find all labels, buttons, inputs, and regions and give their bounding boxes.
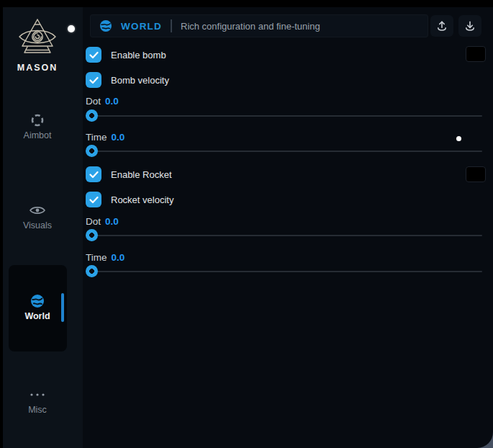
rocket-dot-slider-track[interactable]	[86, 235, 482, 236]
checkbox-label: Enable Rocket	[111, 169, 172, 180]
slider-name: Dot	[86, 96, 101, 107]
globe-icon	[3, 294, 72, 308]
checkbox-label: Enable bomb	[111, 50, 166, 61]
header-divider	[171, 19, 172, 32]
enable-rocket-checkbox[interactable]	[86, 166, 101, 182]
check-icon	[89, 196, 99, 204]
sidebar: MASON Aimbot Visuals World	[3, 7, 83, 448]
brand-name: MASON	[3, 63, 72, 73]
sidebar-item-world[interactable]: World	[3, 294, 72, 321]
slider-value: 0.0	[112, 132, 125, 143]
slider-value: 0.0	[105, 216, 119, 227]
eye-icon	[3, 203, 72, 218]
rocket-time-slider-thumb[interactable]	[86, 265, 98, 277]
cursor-dot	[68, 25, 75, 32]
checkbox-label: Rocket velocity	[111, 194, 173, 205]
rocket-velocity-checkbox[interactable]	[86, 192, 101, 207]
slider-value: 0.0	[112, 252, 125, 263]
page-title: WORLD	[121, 21, 162, 32]
rocket-velocity-row: Rocket velocity	[86, 192, 173, 207]
rocket-time-slider-label: Time0.0	[86, 252, 125, 263]
slider-name: Dot	[86, 216, 101, 227]
sidebar-item-label: World	[3, 311, 72, 321]
mason-cheat-menu-window: MASON Aimbot Visuals World	[3, 7, 493, 448]
bomb-velocity-checkbox[interactable]	[86, 72, 101, 88]
check-icon	[89, 171, 99, 179]
bomb-color-swatch[interactable]	[466, 46, 486, 62]
globe-icon	[99, 19, 112, 32]
page-subtitle: Rich configuration and fine-tuning	[181, 21, 320, 32]
brand-block: MASON	[3, 17, 72, 73]
bomb-time-slider-track[interactable]	[86, 151, 482, 152]
enable-rocket-row: Enable Rocket	[86, 166, 172, 182]
bomb-dot-slider-thumb[interactable]	[86, 109, 98, 122]
sidebar-item-visuals[interactable]: Visuals	[3, 203, 72, 230]
sidebar-item-label: Misc	[3, 405, 72, 415]
crosshair-icon	[3, 113, 72, 127]
check-icon	[89, 76, 99, 84]
sidebar-item-label: Visuals	[3, 220, 72, 230]
check-icon	[89, 51, 99, 59]
sidebar-item-aimbot[interactable]: Aimbot	[3, 113, 72, 140]
download-config-button[interactable]	[458, 15, 481, 37]
upload-icon	[435, 19, 448, 32]
cursor-dot-small	[456, 136, 461, 141]
upload-config-button[interactable]	[430, 15, 453, 37]
rocket-color-swatch[interactable]	[466, 166, 486, 182]
slider-value: 0.0	[105, 96, 119, 107]
download-icon	[463, 19, 476, 32]
rocket-time-slider-track[interactable]	[86, 271, 482, 272]
enable-bomb-row: Enable bomb	[86, 47, 166, 63]
rocket-dot-slider-thumb[interactable]	[86, 229, 98, 241]
checkbox-label: Bomb velocity	[111, 75, 169, 86]
bomb-time-slider-thumb[interactable]	[86, 145, 98, 157]
enable-bomb-checkbox[interactable]	[86, 47, 101, 63]
bomb-time-slider-label: Time0.0	[86, 132, 125, 143]
sidebar-item-misc[interactable]: Misc	[3, 387, 72, 415]
slider-name: Time	[86, 132, 107, 143]
bomb-dot-slider-track[interactable]	[86, 115, 482, 117]
all-seeing-eye-pyramid-icon	[17, 17, 58, 58]
slider-name: Time	[86, 252, 107, 263]
bomb-dot-slider-label: Dot0.0	[86, 96, 119, 107]
bomb-velocity-row: Bomb velocity	[86, 72, 169, 88]
sidebar-item-label: Aimbot	[3, 130, 72, 140]
page-header: WORLD Rich configuration and fine-tuning	[90, 14, 428, 37]
rocket-dot-slider-label: Dot0.0	[86, 216, 119, 227]
ellipsis-icon	[3, 387, 72, 402]
